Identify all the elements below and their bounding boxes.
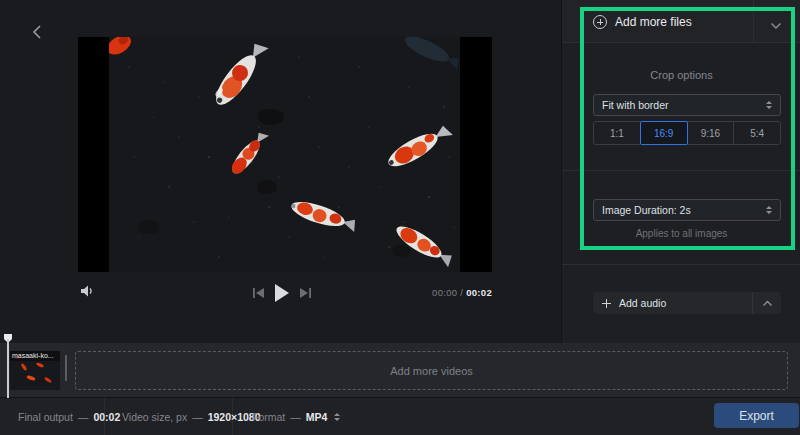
dash: — bbox=[78, 411, 89, 423]
add-audio-row: Add audio bbox=[593, 292, 781, 314]
ratio-button-1-1[interactable]: 1:1 bbox=[593, 121, 641, 145]
format-label: Format bbox=[252, 411, 285, 423]
format-select[interactable]: MP4 bbox=[306, 411, 328, 423]
clip-filename: masaaki-ko... bbox=[10, 351, 60, 361]
volume-button[interactable] bbox=[80, 284, 95, 298]
chevron-left-icon bbox=[28, 22, 48, 42]
clip-trim-handle[interactable] bbox=[65, 355, 67, 381]
transport-controls bbox=[253, 283, 323, 303]
play-button[interactable] bbox=[274, 284, 290, 302]
video-preview[interactable] bbox=[78, 37, 492, 272]
back-button[interactable] bbox=[28, 22, 48, 42]
crop-options-title: Crop options bbox=[562, 69, 800, 81]
format-section: Format — MP4 bbox=[233, 398, 363, 435]
add-more-files-button[interactable]: Add more files bbox=[562, 0, 800, 43]
clip-thumbnail[interactable]: masaaki-ko... bbox=[10, 351, 60, 390]
crop-mode-value: Fit with border bbox=[602, 99, 766, 111]
skip-back-icon bbox=[253, 287, 264, 299]
time-current: 00:00 bbox=[432, 287, 457, 298]
koi-video-frame bbox=[109, 37, 460, 272]
video-size-label: Video size, px bbox=[122, 411, 187, 423]
skip-forward-button[interactable] bbox=[300, 287, 311, 299]
dash: — bbox=[290, 411, 301, 423]
timecode: 00:00 / 00:02 bbox=[432, 287, 492, 298]
aspect-ratio-group: 1:1 16:9 9:16 5:4 bbox=[593, 121, 781, 145]
time-total: 00:02 bbox=[466, 287, 492, 298]
section-divider bbox=[562, 170, 800, 171]
player-controls: 00:00 / 00:02 bbox=[78, 279, 492, 307]
section-divider bbox=[562, 264, 800, 265]
plus-circle-icon bbox=[593, 15, 607, 29]
add-audio-label: Add audio bbox=[619, 297, 666, 309]
time-separator: / bbox=[460, 287, 463, 298]
plus-icon bbox=[602, 299, 611, 308]
final-output-section: Final output — 00:02 bbox=[0, 398, 105, 435]
add-more-videos-dropzone[interactable]: Add more videos bbox=[75, 351, 788, 390]
timeline-playhead[interactable] bbox=[4, 334, 12, 398]
add-audio-button[interactable]: Add audio bbox=[593, 292, 753, 314]
collapse-panel-button[interactable] bbox=[770, 16, 782, 34]
video-size-section: Video size, px — 1920×1080 bbox=[105, 398, 233, 435]
timeline-strip: Add more videos masaaki-ko... bbox=[0, 343, 800, 397]
chevron-down-icon bbox=[770, 22, 782, 30]
select-stepper-icon bbox=[766, 101, 772, 109]
format-stepper-icon[interactable] bbox=[334, 413, 340, 421]
add-more-files-label: Add more files bbox=[615, 15, 692, 29]
header-divider bbox=[753, 0, 754, 42]
ratio-button-16-9[interactable]: 16:9 bbox=[640, 121, 688, 145]
add-more-videos-label: Add more videos bbox=[390, 365, 473, 377]
duration-hint: Applies to all images bbox=[562, 228, 800, 239]
dash: — bbox=[192, 411, 203, 423]
select-stepper-icon bbox=[766, 206, 772, 214]
audio-expand-button[interactable] bbox=[753, 292, 781, 314]
playhead-line bbox=[7, 339, 9, 398]
ratio-button-9-16[interactable]: 9:16 bbox=[687, 121, 735, 145]
ratio-button-5-4[interactable]: 5:4 bbox=[733, 121, 781, 145]
video-editor-app: 00:00 / 00:02 Add more files Crop option… bbox=[0, 0, 800, 435]
right-panel: Add more files Crop options Fit with bor… bbox=[561, 0, 800, 343]
export-button[interactable]: Export bbox=[714, 403, 799, 428]
bottom-status-bar: Final output — 00:02 Video size, px — 19… bbox=[0, 397, 800, 435]
skip-forward-icon bbox=[300, 287, 311, 299]
speaker-icon bbox=[80, 284, 95, 298]
final-output-label: Final output bbox=[18, 411, 73, 423]
play-icon bbox=[274, 284, 290, 302]
image-duration-select[interactable]: Image Duration: 2s bbox=[593, 199, 781, 221]
skip-back-button[interactable] bbox=[253, 287, 264, 299]
crop-mode-select[interactable]: Fit with border bbox=[593, 94, 781, 116]
chevron-up-icon bbox=[762, 300, 773, 307]
image-duration-value: Image Duration: 2s bbox=[602, 204, 766, 216]
